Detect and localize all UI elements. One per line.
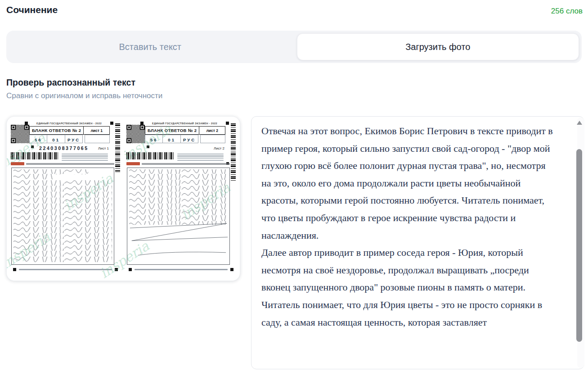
orange-tag: [126, 162, 140, 165]
region-code: 56: [145, 135, 162, 143]
section-subtitle: Сравни с оригиналом и исправь неточности: [6, 91, 162, 100]
registration-mark: [110, 122, 113, 125]
scrollbar-thumb[interactable]: [576, 149, 582, 342]
tab-upload-photo-label: Загрузить фото: [405, 42, 470, 52]
form-number: 2240308377065: [39, 145, 89, 151]
instruction-text-block: [62, 152, 108, 162]
sheet-footer: [13, 268, 118, 272]
qr-code: [126, 125, 145, 143]
recognized-text-editor[interactable]: Отвечая на этот вопрос, Екимов Борис Пет…: [251, 116, 584, 369]
sheet-number-label: лист 2: [199, 127, 225, 134]
sheet-number-label: лист 1: [83, 127, 109, 134]
form-header: БЛАНК ОТВЕТОВ № 2 лист 2: [145, 126, 225, 135]
horizontal-barcode: [126, 152, 174, 159]
variant-cell: [85, 135, 110, 143]
form-title: БЛАНК ОТВЕТОВ № 2: [145, 127, 199, 134]
footer-caption: [135, 269, 228, 270]
registration-mark: [25, 122, 28, 125]
essay-page: Сочинение 256 слов Вставить текст Загруз…: [0, 0, 588, 372]
exam-header-text: ЕДИНЫЙ ГОСУДАРСТВЕННЫЙ ЭКЗАМЕН - 2022: [145, 122, 224, 125]
form-fields: 56 01 РУС: [29, 135, 110, 143]
scan-sheet-2[interactable]: ЕДИНЫЙ ГОСУДАРСТВЕННЫЙ ЭКЗАМЕН - 2022 БЛ…: [125, 121, 237, 277]
sheet-footer: [129, 268, 233, 272]
recognized-paragraph-1: Отвечая на этот вопрос, Екимов Борис Пет…: [261, 122, 556, 244]
answer-area-caption: [11, 162, 114, 165]
vertical-barcode: [115, 123, 120, 172]
instruction-text-block: [177, 152, 224, 162]
tab-paste-text[interactable]: Вставить текст: [6, 31, 294, 63]
handwriting-area-2: [127, 168, 230, 265]
registration-mark: [226, 122, 229, 125]
handwriting-area-1: [11, 168, 114, 265]
registration-mark: [115, 268, 118, 271]
registration-mark: [140, 122, 144, 125]
footer-caption: [19, 269, 112, 270]
answer-area-caption: [126, 162, 230, 165]
caption-line: [26, 163, 114, 165]
form-fields: 56 01 РУС: [145, 135, 225, 143]
sheet-page-number: Лист 2: [214, 146, 224, 150]
registration-mark: [230, 268, 233, 271]
variant-cell: [200, 135, 225, 143]
tab-upload-photo[interactable]: Загрузить фото: [297, 33, 579, 60]
registration-mark: [147, 145, 149, 148]
region-code: 56: [29, 135, 47, 143]
subject-code: 01: [47, 135, 64, 143]
registration-mark: [13, 268, 16, 271]
sheet-page-number: Лист 1: [98, 146, 109, 150]
vertical-barcode: [231, 123, 236, 181]
word-count-badge: 256 слов: [551, 7, 583, 16]
horizontal-barcode: [11, 152, 58, 159]
page-title: Сочинение: [6, 5, 58, 15]
subject-name: РУС: [180, 135, 198, 143]
caption-line: [142, 163, 230, 165]
subject-name: РУС: [65, 135, 83, 143]
orange-tag: [11, 162, 24, 165]
scan-sheet-1[interactable]: ЕДИНЫЙ ГОСУДАРСТВЕННЫЙ ЭКЗАМЕН - 2022 БЛ…: [9, 121, 121, 277]
form-title: БЛАНК ОТВЕТОВ № 2: [30, 127, 83, 134]
scanned-sheets-preview[interactable]: ЕДИНЫЙ ГОСУДАРСТВЕННЫЙ ЭКЗАМЕН - 2022 БЛ…: [6, 116, 240, 281]
form-header: БЛАНК ОТВЕТОВ № 2 лист 1: [29, 126, 110, 135]
registration-mark: [129, 268, 132, 271]
input-mode-tabs: Вставить текст Загрузить фото: [6, 31, 582, 63]
subject-code: 01: [162, 135, 180, 143]
tab-paste-text-label: Вставить текст: [119, 42, 181, 52]
exam-header-text: ЕДИНЫЙ ГОСУДАРСТВЕННЫЙ ЭКЗАМЕН - 2022: [29, 122, 109, 125]
section-title: Проверь распознанный текст: [6, 77, 135, 88]
recognized-paragraph-2: Далее автор приводит в пример соседа гер…: [261, 244, 556, 331]
scroll-up-arrow-icon[interactable]: [577, 121, 582, 125]
registration-mark: [31, 145, 34, 148]
qr-code: [11, 125, 29, 143]
